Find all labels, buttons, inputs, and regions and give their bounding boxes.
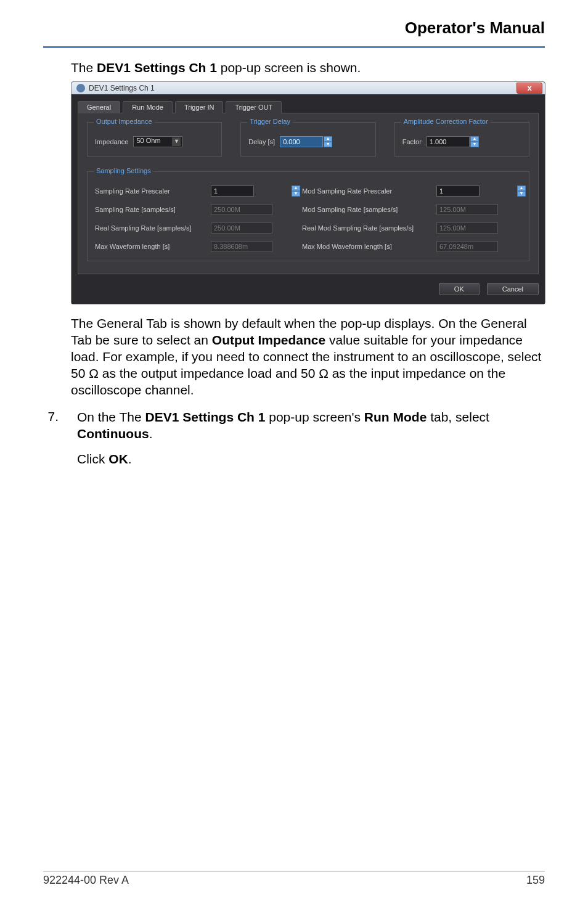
- group-sampling-settings: Sampling Settings Sampling Rate Prescale…: [87, 171, 529, 261]
- delay-label: Delay [s]: [248, 138, 275, 145]
- intro-bold: DEV1 Settings Ch 1: [97, 60, 217, 75]
- close-button[interactable]: x: [517, 83, 542, 94]
- sampling-readonly: [436, 241, 498, 252]
- impedance-value: 50 Ohm: [136, 137, 160, 144]
- spinner-down-icon[interactable]: ▼: [292, 191, 300, 197]
- step7-t4: .: [149, 426, 153, 441]
- sampling-label: Mod Sampling Rate Prescaler: [302, 187, 425, 195]
- factor-spinner[interactable]: ▲ ▼: [470, 136, 479, 147]
- step7-t2: pop-up screen's: [265, 410, 364, 424]
- sampling-readonly: [211, 204, 272, 215]
- step-7: 7. On the The DEV1 Settings Ch 1 pop-up …: [71, 409, 545, 468]
- group-legend-trigger-delay: Trigger Delay: [247, 118, 293, 125]
- step7-b2: Run Mode: [364, 410, 427, 424]
- footer-page-number: 159: [526, 874, 545, 887]
- para-b1: Output Impedance: [212, 333, 325, 347]
- spinner-up-icon[interactable]: ▲: [324, 136, 332, 142]
- spinner-up-icon[interactable]: ▲: [517, 185, 526, 191]
- dialog-titlebar: DEV1 Settings Ch 1 x: [71, 82, 545, 94]
- header-title: Operator's Manual: [43, 18, 545, 38]
- sampling-spinner[interactable]: ▲▼: [517, 185, 526, 197]
- sampling-label: Max Mod Waveform length [s]: [302, 243, 425, 250]
- group-output-impedance: Output Impedance Impedance 50 Ohm ▼: [87, 122, 222, 157]
- header-rule: [43, 46, 545, 48]
- factor-input[interactable]: [427, 136, 470, 147]
- tab-run-mode[interactable]: Run Mode: [123, 101, 173, 113]
- step-7-number: 7.: [40, 409, 59, 468]
- spinner-down-icon[interactable]: ▼: [470, 142, 479, 147]
- sampling-spinner[interactable]: ▲▼: [292, 185, 300, 197]
- chevron-down-icon: ▼: [172, 137, 181, 146]
- group-trigger-delay: Trigger Delay Delay [s] ▲ ▼: [240, 122, 375, 157]
- group-legend-sampling: Sampling Settings: [94, 167, 153, 174]
- tab-trigger-out[interactable]: Trigger OUT: [226, 101, 282, 113]
- tab-trigger-in[interactable]: Trigger IN: [175, 101, 224, 113]
- footer-rule: [43, 871, 545, 871]
- sampling-input[interactable]: [211, 185, 254, 197]
- dialog-app-icon: [76, 84, 85, 92]
- sampling-input[interactable]: [436, 185, 480, 197]
- sampling-label: Max Waveform length [s]: [95, 243, 200, 250]
- intro-suffix: pop-up screen is shown.: [217, 60, 361, 75]
- footer-doc-id: 922244-00 Rev A: [43, 874, 129, 887]
- step7-click-t1: Click: [77, 452, 108, 466]
- intro-prefix: The: [71, 60, 97, 75]
- tab-panel-general: Output Impedance Impedance 50 Ohm ▼ Trig…: [78, 113, 539, 274]
- step7-click-b1: OK: [108, 452, 128, 466]
- intro-line: The DEV1 Settings Ch 1 pop-up screen is …: [71, 60, 545, 75]
- cancel-button[interactable]: Cancel: [487, 283, 539, 295]
- factor-label: Factor: [402, 138, 422, 145]
- sampling-label: Sampling Rate [samples/s]: [95, 206, 200, 213]
- sampling-label: Sampling Rate Prescaler: [95, 187, 200, 195]
- group-legend-amp-corr: Amplitude Correction Factor: [401, 118, 491, 125]
- spinner-down-icon[interactable]: ▼: [517, 191, 526, 197]
- dialog-title: DEV1 Settings Ch 1: [89, 84, 155, 92]
- step7-click-t2: .: [128, 452, 132, 466]
- delay-input[interactable]: [280, 136, 323, 147]
- dev1-settings-dialog: DEV1 Settings Ch 1 x General Run Mode Tr…: [71, 81, 545, 304]
- body-paragraph: The General Tab is shown by default when…: [71, 316, 545, 398]
- group-amp-corr: Amplitude Correction Factor Factor ▲ ▼: [394, 122, 529, 157]
- step7-b1: DEV1 Settings Ch 1: [145, 410, 266, 424]
- sampling-readonly: [211, 241, 272, 252]
- sampling-label: Real Mod Sampling Rate [samples/s]: [302, 224, 425, 232]
- impedance-combo[interactable]: 50 Ohm ▼: [133, 136, 182, 147]
- step7-b3: Continuous: [77, 426, 149, 441]
- delay-spinner[interactable]: ▲ ▼: [324, 136, 332, 147]
- sampling-readonly: [436, 222, 498, 234]
- sampling-readonly: [211, 222, 272, 234]
- step7-click-ok: Click OK.: [77, 451, 545, 468]
- sampling-readonly: [436, 204, 498, 215]
- tabs-row: General Run Mode Trigger IN Trigger OUT: [78, 100, 539, 113]
- spinner-up-icon[interactable]: ▲: [470, 136, 479, 142]
- tab-general[interactable]: General: [78, 101, 120, 113]
- spinner-up-icon[interactable]: ▲: [292, 185, 300, 191]
- spinner-down-icon[interactable]: ▼: [324, 142, 332, 147]
- step7-t1: On the The: [77, 410, 145, 424]
- sampling-label: Mod Sampling Rate [samples/s]: [302, 206, 425, 213]
- ok-button[interactable]: OK: [439, 283, 480, 295]
- sampling-label: Real Sampling Rate [samples/s]: [95, 224, 200, 232]
- group-legend-output-impedance: Output Impedance: [94, 118, 155, 125]
- impedance-label: Impedance: [95, 138, 128, 145]
- step7-t3: tab, select: [427, 410, 489, 424]
